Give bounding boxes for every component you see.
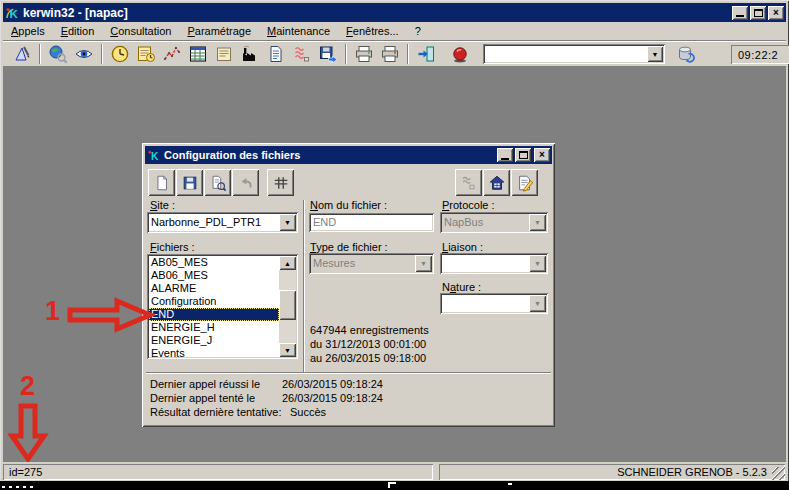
grid-table-icon xyxy=(272,174,290,192)
document-button[interactable] xyxy=(263,43,289,65)
vertical-divider xyxy=(303,200,304,372)
data-table-button[interactable] xyxy=(185,43,211,65)
application-window: K kerwin32 - [napac] × Appels Edition Co… xyxy=(0,0,789,490)
menu-consultation[interactable]: Consultation xyxy=(102,23,179,39)
annotation-arrow-down xyxy=(12,406,44,459)
view-eye-button[interactable] xyxy=(71,43,97,65)
site-combobox[interactable]: Narbonne_PDL_PTR1 ▼ xyxy=(147,212,298,233)
alarm-button[interactable] xyxy=(447,43,473,65)
report-button[interactable] xyxy=(211,43,237,65)
grid-table-button[interactable] xyxy=(267,169,294,196)
clock-icon xyxy=(110,44,130,64)
type-combobox[interactable]: Mesures ▼ xyxy=(309,253,434,274)
filename-field[interactable]: END xyxy=(309,213,434,232)
toolbar-separator xyxy=(407,44,409,64)
scroll-down-icon[interactable]: ▼ xyxy=(279,343,296,357)
record-stats: 647944 enregistrements du 31/12/2013 00:… xyxy=(310,323,429,365)
factory-site-button[interactable] xyxy=(237,43,263,65)
taskbar-strip xyxy=(0,481,789,490)
app-logo-icon: K xyxy=(5,6,19,20)
clock-button[interactable] xyxy=(107,43,133,65)
annotation-step-2: 2 xyxy=(20,373,35,400)
signal-wave-button[interactable] xyxy=(289,43,315,65)
toolbar-separator xyxy=(39,44,41,64)
list-item[interactable]: AB05_MES xyxy=(149,256,279,269)
liaison-combobox[interactable]: ▼ xyxy=(440,253,548,274)
verify-doc-button[interactable] xyxy=(204,169,231,196)
dialog-logo-icon: K xyxy=(147,149,160,162)
status-id-panel: id=275 xyxy=(3,464,433,480)
last-attempt-value: 26/03/2015 09:18:24 xyxy=(282,391,383,405)
minimize-button[interactable] xyxy=(732,6,748,20)
minimize-icon xyxy=(736,15,744,17)
undo-button[interactable] xyxy=(232,169,259,196)
record-from-date: du 31/12/2013 00:01:00 xyxy=(310,337,429,351)
design-button[interactable] xyxy=(9,43,35,65)
close-button[interactable]: × xyxy=(768,6,784,20)
menu-maintenance[interactable]: Maintenance xyxy=(259,23,338,39)
protocole-combobox[interactable]: NapBus ▼ xyxy=(440,212,548,233)
exit-button[interactable] xyxy=(413,43,439,65)
list-item[interactable]: ENERGIE_J xyxy=(149,334,279,347)
scrollbar-thumb[interactable] xyxy=(279,290,296,320)
schedule-button[interactable] xyxy=(133,43,159,65)
export-disk-button[interactable] xyxy=(315,43,341,65)
save-icon xyxy=(181,174,199,192)
list-item[interactable]: ENERGIE_H xyxy=(149,321,279,334)
data-table-icon xyxy=(188,44,208,64)
menu-appels[interactable]: Appels xyxy=(3,23,53,39)
site-value: Narbonne_PDL_PTR1 xyxy=(151,216,278,228)
database-refresh-button[interactable] xyxy=(673,43,699,65)
home-table-button[interactable] xyxy=(483,169,510,196)
toolbar-combobox-value[interactable] xyxy=(483,44,665,64)
toolbar-separator xyxy=(101,44,103,64)
configuration-dialog: K Configuration des fichiers × xyxy=(142,143,555,427)
close-icon: × xyxy=(539,150,545,160)
print-preview-icon xyxy=(380,44,400,64)
clock-display: 09:22:2 xyxy=(731,45,789,64)
scroll-up-icon[interactable]: ▲ xyxy=(279,256,296,270)
list-item[interactable]: Configuration xyxy=(149,295,279,308)
save-button[interactable] xyxy=(176,169,203,196)
search-globe-button[interactable] xyxy=(45,43,71,65)
files-scrollbar[interactable]: ▲ ▼ xyxy=(279,256,296,357)
list-item[interactable]: Events xyxy=(149,347,279,357)
resize-grip[interactable] xyxy=(772,467,785,480)
database-refresh-icon xyxy=(676,44,696,64)
alarm-beacon-icon xyxy=(450,44,470,64)
type-label: Type de fichier : xyxy=(310,241,388,253)
mdi-client-area: K Configuration des fichiers × xyxy=(3,67,786,462)
list-item[interactable]: AB06_MES xyxy=(149,269,279,282)
export-disk-icon xyxy=(318,44,338,64)
print-preview-button[interactable] xyxy=(377,43,403,65)
status-bar: id=275 SCHNEIDER GRENOB - 5.2.3 xyxy=(3,462,786,481)
main-toolbar: ▼ 09:22:2 xyxy=(3,42,786,67)
record-to-date: au 26/03/2015 09:18:00 xyxy=(310,351,429,365)
list-item[interactable]: ALARME xyxy=(149,282,279,295)
chevron-down-icon[interactable]: ▼ xyxy=(279,214,296,231)
dialog-maximize-button[interactable] xyxy=(515,148,531,162)
dialog-close-button[interactable]: × xyxy=(534,148,550,162)
list-item-selected[interactable]: END xyxy=(149,308,279,321)
protocole-label: Protocole : xyxy=(442,199,495,211)
nature-label: Nature : xyxy=(442,281,481,293)
print-button[interactable] xyxy=(351,43,377,65)
maximize-button[interactable] xyxy=(750,6,766,20)
horizontal-divider xyxy=(146,372,551,373)
trend-chart-button[interactable] xyxy=(159,43,185,65)
chevron-down-icon[interactable]: ▼ xyxy=(647,46,663,62)
toolbar-combobox[interactable]: ▼ xyxy=(483,44,665,64)
menu-edition[interactable]: Edition xyxy=(53,23,103,39)
wave-button[interactable] xyxy=(455,169,482,196)
menu-help[interactable]: ? xyxy=(407,23,429,39)
menu-fenetres[interactable]: Fenêtres... xyxy=(338,23,407,39)
site-label: Site : xyxy=(150,199,175,211)
nature-combobox[interactable]: ▼ xyxy=(440,293,548,314)
new-file-button[interactable] xyxy=(148,169,175,196)
last-attempt-label: Dernier appel tenté le xyxy=(150,392,255,404)
trend-chart-icon xyxy=(162,44,182,64)
dialog-minimize-button[interactable] xyxy=(497,148,513,162)
files-listbox[interactable]: AB05_MES AB06_MES ALARME Configuration E… xyxy=(147,254,298,359)
menu-parametrage[interactable]: Paramétrage xyxy=(179,23,259,39)
edit-doc-button[interactable] xyxy=(511,169,538,196)
